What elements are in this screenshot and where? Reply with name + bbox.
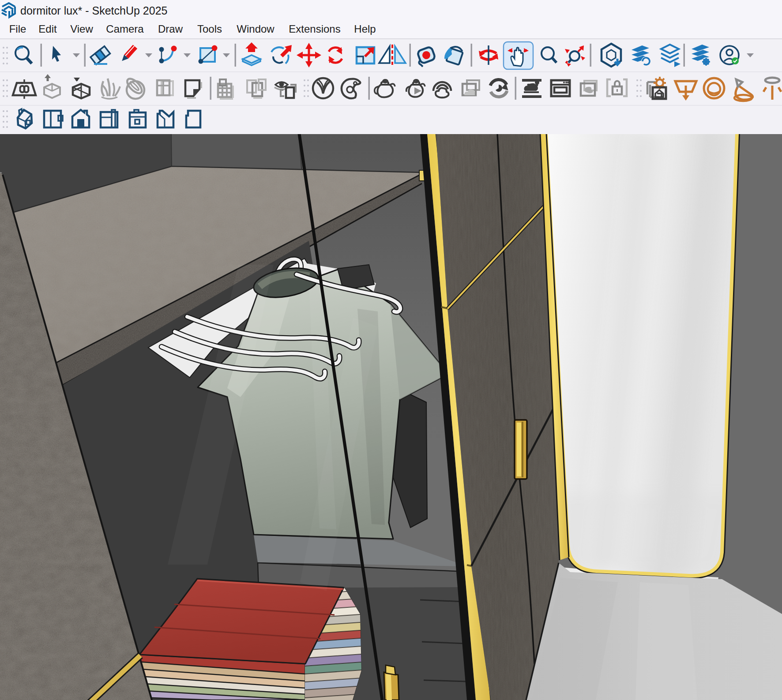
svg-text:Extensions: Extensions <box>289 23 340 35</box>
svg-text:File: File <box>9 23 26 35</box>
svg-text:Help: Help <box>354 23 376 35</box>
svg-text:Window: Window <box>237 23 274 35</box>
svg-text:Edit: Edit <box>38 23 57 35</box>
svg-text:dormitor lux* - SketchUp 2025: dormitor lux* - SketchUp 2025 <box>20 4 167 17</box>
svg-text:Tools: Tools <box>197 23 222 35</box>
svg-text:View: View <box>70 23 93 35</box>
svg-text:Draw: Draw <box>158 23 183 35</box>
svg-text:Camera: Camera <box>106 23 144 35</box>
